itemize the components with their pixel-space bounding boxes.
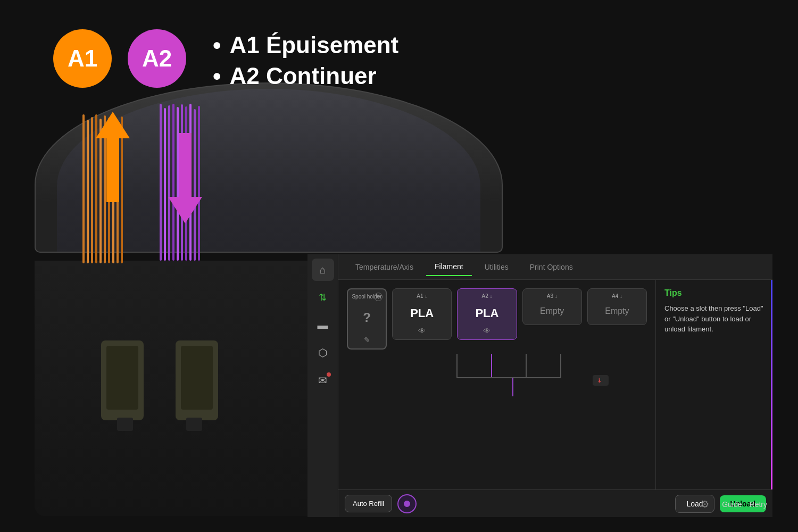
slot-a3-num: A3 xyxy=(547,293,553,299)
filament-indicator-dot xyxy=(404,501,410,507)
badge-a2: A2 xyxy=(128,29,186,88)
svg-rect-23 xyxy=(181,346,213,410)
spool-holder: Spool holder ? ? ✎ xyxy=(347,288,387,350)
slot-a1-label: A1 ↓ xyxy=(417,293,427,299)
tab-print-options[interactable]: Print Options xyxy=(521,259,581,276)
svg-rect-2 xyxy=(91,117,93,263)
filament-slot-a1[interactable]: A1 ↓ PLA 👁 xyxy=(392,288,452,340)
filament-slot-a4[interactable]: A4 ↓ Empty xyxy=(587,288,647,325)
slot-a2-label: A2 ↓ xyxy=(482,293,493,299)
main-content: Spool holder ? ? ✎ A1 ↓ PLA 👁 xyxy=(338,280,771,516)
filament-slot-a2[interactable]: A2 ↓ PLA 👁 xyxy=(457,288,517,340)
svg-rect-25 xyxy=(186,418,202,431)
sidebar-item-home[interactable]: ⌂ xyxy=(312,259,334,281)
connection-area: 🌡 xyxy=(347,354,647,396)
svg-rect-24 xyxy=(117,418,133,431)
slot-a4-arrow: ↓ xyxy=(620,294,622,299)
slot-a1-arrow: ↓ xyxy=(425,294,427,299)
slot-a2-material: PLA xyxy=(475,306,498,320)
guide-button[interactable]: Guide xyxy=(722,500,742,509)
gear-icon-button[interactable]: ⚙ xyxy=(695,495,714,514)
tips-panel: Tips Choose a slot then press "Load" or … xyxy=(655,280,771,516)
svg-rect-10 xyxy=(160,104,162,261)
sidebar-item-chat[interactable]: ✉ xyxy=(312,369,334,392)
config-icon: ⬡ xyxy=(318,346,327,359)
settings-icon: ⇅ xyxy=(319,292,327,303)
status-item-a2: A2 Continuer xyxy=(213,63,398,89)
sidebar-item-config[interactable]: ⬡ xyxy=(312,342,334,364)
chat-notification-dot xyxy=(327,372,331,377)
badge-area: A1 A2 xyxy=(53,29,186,88)
chat-icon: ✉ xyxy=(318,374,327,387)
home-icon: ⌂ xyxy=(319,264,326,276)
svg-rect-0 xyxy=(82,114,85,263)
slot-a4-empty: Empty xyxy=(605,306,629,316)
status-text-area: A1 Épuisement A2 Continuer xyxy=(213,32,398,94)
bottom-bar: Auto Refill Load Unload ⚙ Guide Retry xyxy=(338,489,771,516)
slots-row: Spool holder ? ? ✎ A1 ↓ PLA 👁 xyxy=(347,288,647,350)
arrow-up xyxy=(96,112,130,202)
slot-a2-eye-icon[interactable]: 👁 xyxy=(483,327,491,335)
slot-a3-arrow: ↓ xyxy=(555,294,558,299)
slot-a1-material: PLA xyxy=(410,306,434,320)
slot-a4-label: A4 ↓ xyxy=(612,293,622,299)
tab-bar: Temperature/Axis Filament Utilities Prin… xyxy=(338,256,771,280)
printer-mechanics xyxy=(69,330,271,436)
slot-a1-eye-icon[interactable]: 👁 xyxy=(418,327,426,335)
sidebar-item-settings[interactable]: ⇅ xyxy=(312,286,334,309)
tips-title: Tips xyxy=(664,288,764,298)
svg-text:🌡: 🌡 xyxy=(596,377,603,384)
ui-panel-border: ⌂ ⇅ ▬ ⬡ ✉ Temperature/Axis Filament Util… xyxy=(307,254,772,517)
slot-a3-empty: Empty xyxy=(540,306,564,316)
slot-a2-arrow: ↓ xyxy=(490,294,493,299)
tips-text: Choose a slot then press "Load" or "Unlo… xyxy=(664,303,764,335)
tab-filament[interactable]: Filament xyxy=(426,258,472,276)
slot-a1-num: A1 xyxy=(417,293,423,299)
svg-rect-1 xyxy=(87,120,89,263)
spool-edit-icon[interactable]: ✎ xyxy=(364,336,370,344)
sidebar: ⌂ ⇅ ▬ ⬡ ✉ xyxy=(309,256,338,516)
filament-indicator[interactable] xyxy=(397,494,417,513)
gear-icon: ⚙ xyxy=(701,498,709,510)
spool-question-mark: ? xyxy=(363,310,371,325)
bottom-right-actions: ⚙ Guide Retry xyxy=(695,495,767,514)
status-item-a1: A1 Épuisement xyxy=(213,32,398,59)
filament-panel: Spool holder ? ? ✎ A1 ↓ PLA 👁 xyxy=(338,280,655,516)
auto-refill-button[interactable]: Auto Refill xyxy=(345,495,392,512)
retry-button[interactable]: Retry xyxy=(750,500,767,509)
tab-utilities[interactable]: Utilities xyxy=(476,259,517,276)
badge-a1: A1 xyxy=(53,29,112,88)
filament-slot-a3[interactable]: A3 ↓ Empty xyxy=(522,288,582,325)
slot-a4-num: A4 xyxy=(612,293,618,299)
spool-info-icon[interactable]: ? xyxy=(374,293,383,301)
files-icon: ▬ xyxy=(318,319,328,331)
sidebar-item-files[interactable]: ▬ xyxy=(312,314,334,336)
slot-a3-label: A3 ↓ xyxy=(547,293,558,299)
svg-rect-11 xyxy=(164,108,166,261)
tab-temperature[interactable]: Temperature/Axis xyxy=(347,259,422,276)
svg-rect-21 xyxy=(106,346,138,410)
connection-lines-svg: 🌡 xyxy=(347,354,647,396)
ui-panel: ⌂ ⇅ ▬ ⬡ ✉ Temperature/Axis Filament Util… xyxy=(309,256,771,516)
slot-a2-num: A2 xyxy=(482,293,488,299)
arrow-down xyxy=(168,133,202,223)
